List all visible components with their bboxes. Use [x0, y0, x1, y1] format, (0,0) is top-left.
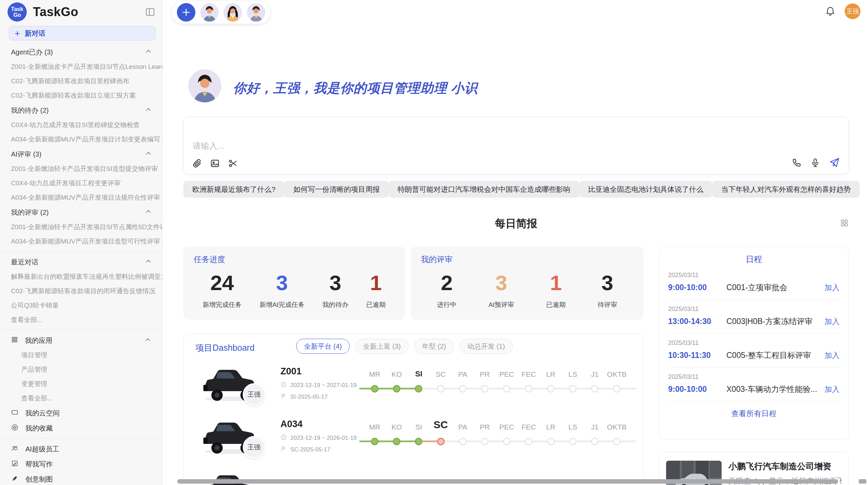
agent-avatar-3[interactable] — [247, 3, 265, 22]
join-meeting-link[interactable]: 加入 — [824, 384, 840, 395]
user-avatar[interactable]: 王强 — [845, 3, 860, 19]
news-title: 小鹏飞行汽车制造公司增资 — [728, 461, 831, 472]
suggestion-chip[interactable]: 如何写一份清晰的项目周报 — [285, 181, 389, 198]
project-dashboard-card: 项目Dashboard 全新平台 (4)全新上装 (3)年型 (2)动总开发 (… — [183, 334, 643, 485]
sidebar-item[interactable]: 公司Q3轻卡销量 — [0, 298, 162, 313]
milestone-dot — [459, 385, 467, 393]
suggestion-chip[interactable]: 当下年轻人对汽车外观有怎样的喜好趋势 — [712, 181, 860, 198]
milestone-dot — [371, 438, 378, 445]
milestone-label: KO — [391, 423, 402, 431]
sidebar-item-write[interactable]: 帮我写作 — [0, 457, 162, 472]
pen-icon — [11, 475, 19, 484]
sidebar-item[interactable]: C0X4-动力总成开发项目SI里程碑提交物检查 — [0, 118, 162, 132]
stat-label: 我的待办 — [322, 300, 348, 309]
cloud-space-icon — [11, 409, 19, 418]
sidebar-item[interactable]: 变更管理 — [0, 377, 162, 391]
milestone-dot — [547, 385, 555, 393]
chat-input[interactable]: 请输入... — [183, 117, 849, 174]
scissors-icon[interactable] — [228, 158, 238, 169]
sidebar-item[interactable]: C0X4-动力总成开发项目工程变更评审 — [0, 176, 162, 190]
event-time: 13:00-14:30 — [668, 317, 726, 326]
join-meeting-link[interactable]: 加入 — [824, 350, 840, 361]
milestone-dot — [437, 385, 445, 393]
milestone-label: PEC — [499, 370, 514, 378]
suggestion-chips: 欧洲新规最近颁布了什么?如何写一份清晰的项目周报特朗普可能对进口汽车增税会对中国… — [183, 181, 849, 198]
people-icon — [11, 445, 19, 454]
sidebar-section-group-0[interactable]: Agent已办 (3) — [0, 45, 162, 60]
sidebar-item[interactable]: Z001-全新燃油皮卡产品开发项目SI节点Lesson Learn报告 — [0, 60, 162, 74]
event-time: 9:00-10:00 — [668, 283, 726, 292]
collapse-sidebar-icon[interactable] — [145, 7, 155, 18]
flag-icon — [280, 446, 287, 454]
sidebar-item[interactable]: 查看全部... — [0, 391, 162, 406]
milestone-label: OKTB — [607, 423, 627, 431]
attach-icon[interactable] — [192, 158, 202, 169]
stat-value: 24 — [203, 271, 242, 295]
stat: 2 进行中 — [437, 271, 457, 309]
app-logo: TaskGo TaskGo — [0, 0, 162, 24]
project-row[interactable]: 王强 A034 2023-12-19 ~ 2026-01-19 SC-2025-… — [184, 416, 643, 468]
agent-avatar-2[interactable] — [224, 3, 242, 22]
dashboard-tab[interactable]: 年型 (2) — [414, 339, 454, 354]
dashboard-tab[interactable]: 全新平台 (4) — [296, 339, 350, 354]
image-icon[interactable] — [210, 158, 220, 169]
dashboard-tab[interactable]: 全新上装 (3) — [355, 339, 409, 354]
milestone-dot — [371, 385, 378, 393]
suggestion-chip[interactable]: 特朗普可能对进口汽车增税会对中国车企造成哪些影响 — [389, 181, 579, 198]
sidebar-item[interactable]: 查看全部... — [0, 313, 162, 327]
scrollbar-corner[interactable] — [859, 479, 866, 484]
sidebar-item[interactable]: 产品管理 — [0, 362, 162, 377]
milestone-label: LS — [568, 370, 577, 378]
phone-icon[interactable] — [792, 158, 802, 168]
milestone-dot — [525, 385, 532, 393]
layout-grid-icon[interactable] — [840, 219, 849, 229]
sidebar-item-star[interactable]: 我的收藏 — [0, 421, 162, 436]
sidebar-section-group-2[interactable]: AI评审 (3) — [0, 147, 162, 162]
sidebar-item[interactable]: C02-飞腾新能源轻客改款项目里程碑画布 — [0, 74, 162, 88]
horizontal-scrollbar[interactable] — [177, 479, 838, 484]
section-title: 我的评审 (2) — [11, 208, 49, 217]
notification-bell-icon[interactable] — [825, 5, 836, 17]
stat: 3 AI预评审 — [489, 271, 514, 309]
sidebar-item[interactable]: 解释最新出台的欧盟报废车法规再生塑料比例被调至15%... — [0, 270, 162, 284]
dashboard-title: 项目Dashboard — [195, 342, 254, 353]
join-meeting-link[interactable]: 加入 — [824, 283, 840, 293]
schedule-event: 2025/03/11 9:00-10:00 C001-立项审批会 加入 — [668, 266, 840, 300]
add-session-button[interactable] — [177, 3, 195, 22]
sidebar-section-recent[interactable]: 最近对话 — [0, 254, 162, 270]
mic-icon[interactable] — [810, 158, 820, 168]
join-meeting-link[interactable]: 加入 — [824, 316, 840, 327]
view-all-schedule-link[interactable]: 查看所有日程 — [668, 402, 840, 426]
new-chat-button[interactable]: + 新对话 — [9, 26, 156, 40]
sidebar-item-cloud-space[interactable]: 我的云空间 — [0, 406, 162, 421]
milestone-label: SI — [415, 423, 422, 431]
project-flag-date: SC-2025-05-17 — [280, 446, 330, 454]
sidebar-item-pen[interactable]: 创意制图 — [0, 472, 162, 485]
sidebar-item[interactable]: C02-飞腾新能源轻客改款项目的闭环通告反馈情况 — [0, 284, 162, 298]
milestone-label: SC — [436, 370, 446, 378]
sidebar-item[interactable]: C02-飞腾新能源轻客改款项目立项汇报方案 — [0, 88, 162, 103]
sidebar-nav: Agent已办 (3) Z001-全新燃油皮卡产品开发项目SI节点Lesson … — [0, 45, 162, 485]
stat: 3 我的待办 — [322, 271, 348, 309]
sidebar-item-people[interactable]: AI超级员工 — [0, 442, 162, 457]
sidebar-item-my-apps[interactable]: 我的应用 — [0, 333, 162, 348]
sidebar-item[interactable]: A034-全新新能源MUV产品开发项目造型可行性评审 — [0, 234, 162, 249]
sidebar-item[interactable]: A034-全新新能源MUV产品开发项目计划变更表编写 — [0, 132, 162, 147]
suggestion-chip[interactable]: 欧洲新规最近颁布了什么? — [183, 181, 285, 198]
dashboard-tab[interactable]: 动总开发 (1) — [459, 339, 513, 354]
sidebar-section-group-1[interactable]: 我的待办 (2) — [0, 103, 162, 118]
milestone-label: SI — [415, 370, 422, 378]
milestone-dot — [591, 385, 599, 393]
new-chat-label: 新对话 — [25, 29, 45, 38]
schedule-panel: 日程 2025/03/11 9:00-10:00 C001-立项审批会 加入 2… — [659, 247, 849, 440]
sidebar-item[interactable]: A034-全新新能源MUV产品开发项目法规符合性评审 — [0, 190, 162, 205]
chevron-up-icon — [145, 258, 152, 266]
agent-avatar-1[interactable] — [200, 3, 219, 22]
suggestion-chip[interactable]: 比亚迪全固态电池计划具体说了什么 — [579, 181, 712, 198]
sidebar-item[interactable]: Z001-全新燃油轻卡产品开发项目SI造型提交物评审 — [0, 162, 162, 176]
sidebar-item[interactable]: Z001-全新燃油轻卡产品开发项目SI节点属性5D文件评审 — [0, 220, 162, 234]
sidebar-item[interactable]: 项目管理 — [0, 348, 162, 362]
sidebar-section-group-3[interactable]: 我的评审 (2) — [0, 205, 162, 220]
send-icon[interactable] — [829, 157, 840, 169]
project-row[interactable]: 王强 Z001 2023-12-19 ~ 2027-01-19 SI-2025-… — [184, 363, 643, 415]
